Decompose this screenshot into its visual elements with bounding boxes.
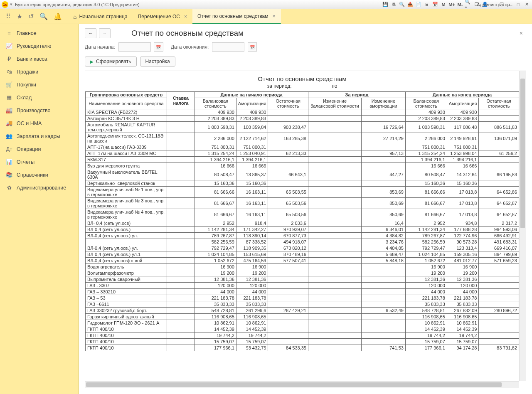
sidebar-item-4[interactable]: 🛒Покупки: [0, 78, 79, 91]
tab-move-label: Перемещение ОС: [138, 14, 180, 20]
table-row[interactable]: Водонагреватель16 90016 90016 90016 900: [86, 264, 519, 270]
table-row[interactable]: Вакуумный выключатель BB/TEL 630А80 508,…: [86, 169, 519, 180]
table-row[interactable]: 582 256,5987 338,52494 918,073 234,76582…: [86, 239, 519, 245]
star-icon[interactable]: ★: [17, 12, 22, 20]
admin-label[interactable]: Администратор: [490, 1, 497, 8]
tab-close-icon[interactable]: ×: [273, 13, 276, 19]
table-row[interactable]: ВЛ-0,4 (сеть ул.осв)от кой1 052 672475 1…: [86, 258, 519, 264]
sidebar-icon: 🏭: [6, 107, 12, 113]
generate-button[interactable]: ▶Сформировать: [85, 57, 137, 66]
toolbar: ⠿ ★ ↺ 🔍 🔔 ⌂Начальная страница Перемещени…: [0, 9, 532, 24]
search2-icon[interactable]: 🔍: [39, 12, 48, 20]
sidebar-item-2[interactable]: ₽Банк и касса: [0, 52, 79, 65]
bell-icon[interactable]: 🔔: [54, 12, 62, 20]
sidebar-label: Руководителю: [17, 43, 51, 49]
sidebar-item-7[interactable]: 🚚ОС и НМА: [0, 117, 79, 130]
table-row[interactable]: АПТ-17(на шасси) ГАЗ-3309751 800,31751 8…: [86, 144, 519, 150]
start-cal-icon[interactable]: 📅: [154, 42, 163, 52]
close-icon[interactable]: ✕: [523, 1, 530, 8]
start-date-input[interactable]: [118, 42, 151, 52]
sidebar-item-10[interactable]: 📊Отчеты: [0, 155, 79, 168]
sidebar-item-11[interactable]: 📚Справочники: [0, 168, 79, 181]
th-damort: Изменение амортизации: [362, 98, 406, 109]
table-row[interactable]: Автомобиль RENAULT KAPTUR тем.сер.,черны…: [86, 122, 519, 133]
tab-close-icon[interactable]: ×: [184, 14, 187, 20]
sidebar-item-12[interactable]: ✿Администрирование: [0, 181, 79, 194]
table-row[interactable]: Автоподъемник телеск. СС-131.18Э на шасс…: [86, 133, 519, 144]
sidebar-item-0[interactable]: ≡Главное: [0, 27, 79, 39]
table-row[interactable]: Видекамера улич.наб № 4 пов., упр. в гер…: [86, 209, 519, 220]
sidebar-item-8[interactable]: 👥Зарплата и кадры: [0, 130, 79, 143]
sidebar-label: Покупки: [17, 82, 36, 88]
table-row[interactable]: ГКТП 400/1019 744,219 744,219 744,219 74…: [86, 332, 519, 339]
tab-report-os[interactable]: Отчет по основным средствам×: [192, 9, 281, 24]
table-row[interactable]: ГКТП 400/10177 966,193 432,7584 533,3574…: [86, 345, 519, 351]
m-icon[interactable]: M: [440, 1, 447, 8]
mminus-icon[interactable]: M-: [456, 1, 464, 8]
table-row[interactable]: ВЛ-0,4 (сеть ул.осв.) ул.11 024 104,8515…: [86, 251, 519, 258]
sidebar-item-1[interactable]: 📈Руководителю: [0, 39, 79, 52]
sidebar-item-3[interactable]: 🛍Продажи: [0, 65, 79, 78]
tab-move-os[interactable]: Перемещение ОС×: [133, 9, 192, 24]
th-dbal: Изменение балансовой стоимости: [308, 98, 361, 109]
sidebar-item-9[interactable]: ДтОперации: [0, 143, 79, 155]
table-row[interactable]: ГАЗ - 3307120 000120 000120 000120 000: [86, 283, 519, 289]
search-icon[interactable]: 🔍: [398, 1, 406, 8]
table-row[interactable]: Вертикально- сверловой станок15 160,3615…: [86, 180, 519, 187]
table-row[interactable]: Гидромолот ГПМ-120 ЭО - 2621 А10 862,911…: [86, 320, 519, 326]
task-icon[interactable]: 📥: [406, 1, 414, 8]
nav-forward-button[interactable]: →: [99, 28, 111, 38]
table-row[interactable]: БКМ-3171 394 216,11 394 216,11 394 216,1…: [86, 157, 519, 163]
sidebar-icon: 📈: [6, 43, 12, 49]
table-row[interactable]: ВЛ-0,4 (сеть ул.осв.) ул.792 729,47118 9…: [86, 245, 519, 251]
calc-icon[interactable]: 🖩: [423, 1, 431, 8]
start-date-label: Дата начала:: [85, 44, 115, 50]
table-row[interactable]: ВЛ-0,4 (сеть ул.осв.) ул.789 267,87118 3…: [86, 233, 519, 239]
sidebar-item-6[interactable]: 🏭Производство: [0, 104, 79, 117]
info-icon[interactable]: ⓘ: [498, 1, 505, 8]
table-row[interactable]: ГАЗ – 53221 183,78221 183,78221 183,7822…: [86, 295, 519, 301]
table-row[interactable]: ГКТП 400/1015 759,0715 759,0715 759,0715…: [86, 339, 519, 345]
table-row[interactable]: ВЛ-0,4 (сеть ул.осв.)1 142 281,34171 342…: [86, 227, 519, 233]
scrollbar-horizontal[interactable]: [85, 381, 519, 388]
zoom-in-icon[interactable]: 🔍+: [465, 1, 472, 8]
table-row[interactable]: Гараж кирпичный одноэтажный116 908,65116…: [86, 314, 519, 320]
table-row[interactable]: Видекамера улич.наб № 3 пов., упр. в гер…: [86, 198, 519, 209]
sidebar-label: ОС и НМА: [17, 121, 42, 126]
page-close-icon[interactable]: ×: [516, 30, 526, 37]
dropdown-icon[interactable]: ▾: [10, 2, 12, 7]
sidebar-label: Продажи: [17, 69, 38, 75]
nav-back-button[interactable]: ←: [85, 28, 96, 38]
table-row[interactable]: Автокран КС-35714К-3 H2 203 389,832 203 …: [86, 116, 519, 122]
table-row[interactable]: ГАЗ –661135 833,3335 833,3335 833,3335 8…: [86, 301, 519, 308]
table-row[interactable]: ГКТП 400/1014 452,3914 452,3914 452,3914…: [86, 326, 519, 332]
scrollbar-vertical[interactable]: [519, 71, 526, 381]
print-icon[interactable]: 🖶: [390, 1, 397, 8]
table-row[interactable]: Вольтамперфазометр19 20019 20019 20019 2…: [86, 270, 519, 276]
generate-label: Сформировать: [96, 59, 131, 64]
tab-home[interactable]: ⌂Начальная страница: [68, 9, 133, 24]
end-cal-icon[interactable]: 📅: [248, 42, 257, 52]
table-row[interactable]: ГАЗ-330232 грузовой,с борт.548 728,81261…: [86, 308, 519, 314]
table-row[interactable]: Выпрямитель сварочный12 381,3612 381,361…: [86, 276, 519, 283]
max-icon[interactable]: □: [515, 1, 522, 8]
end-date-input[interactable]: [212, 42, 244, 52]
th-period: За период: [308, 92, 405, 98]
report-title: Отчет по основным средствам: [85, 74, 519, 83]
table-row[interactable]: Бур для мерзлого грунта16 66616 66616 66…: [86, 163, 519, 169]
apps-icon[interactable]: ⠿: [6, 12, 11, 20]
table-row[interactable]: ГАЗ – 33021044 00044 00044 00044 000: [86, 289, 519, 295]
mplus-icon[interactable]: M+: [448, 1, 456, 8]
doc-icon[interactable]: 📄: [415, 1, 422, 8]
min-icon[interactable]: —: [506, 1, 514, 8]
sidebar-item-5[interactable]: ▦Склад: [0, 91, 79, 104]
table-row[interactable]: АПТ-17м на шасси ГАЗ-3309 МС1 315 254,24…: [86, 150, 519, 157]
table-row[interactable]: Видекамера улич.наб № 1 пов., упр. в гер…: [86, 187, 519, 198]
calendar-icon[interactable]: 📅: [431, 1, 439, 8]
table-row[interactable]: ВЛ- 0,4 (сеть ул.осв)2 952918,42 033,616…: [86, 220, 519, 227]
sidebar-icon: ₽: [6, 56, 12, 62]
settings-button[interactable]: Настройка: [140, 57, 175, 66]
table-row[interactable]: KIA SPECTRA (FB2272)409 930409 930409 93…: [86, 109, 519, 116]
save-icon[interactable]: 💾: [382, 1, 389, 8]
history-icon[interactable]: ↺: [28, 12, 34, 20]
